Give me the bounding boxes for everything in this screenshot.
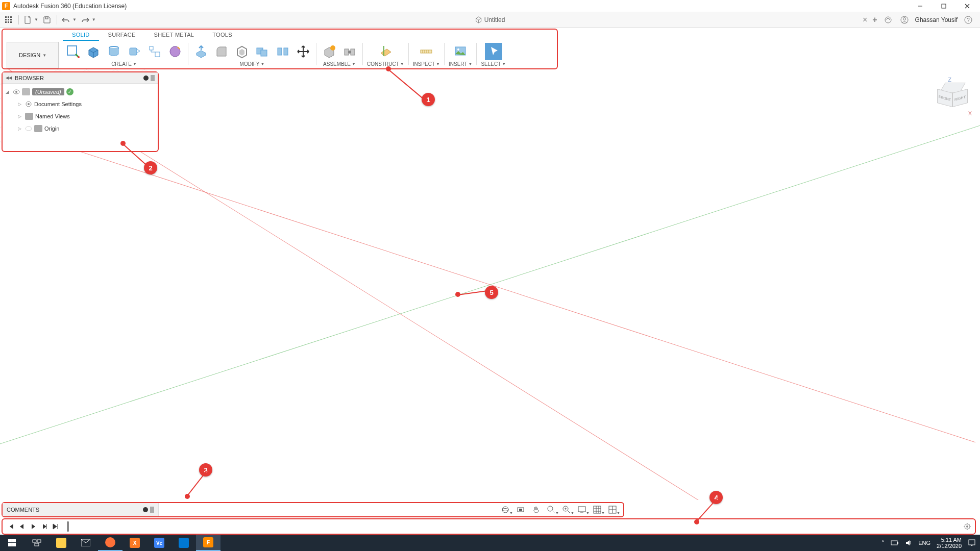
- new-component-icon[interactable]: [321, 43, 338, 60]
- sweep-icon[interactable]: [126, 43, 143, 60]
- new-tab-button[interactable]: +: [872, 15, 877, 24]
- svg-point-33: [348, 51, 351, 54]
- measure-icon[interactable]: [418, 43, 435, 60]
- expand-icon[interactable]: ▷: [18, 126, 23, 131]
- visibility-off-icon[interactable]: [25, 125, 32, 132]
- tab-tools[interactable]: TOOLS: [203, 30, 241, 41]
- workspace-switcher[interactable]: DESIGN▼: [7, 42, 59, 68]
- app-launcher-icon[interactable]: [2, 13, 15, 27]
- timeline-marker[interactable]: [67, 521, 69, 532]
- tray-expand-icon[interactable]: ˄: [881, 540, 885, 546]
- timeline-step-fwd-icon[interactable]: [39, 521, 50, 532]
- joint-icon[interactable]: [341, 43, 358, 60]
- comments-panel-header[interactable]: COMMENTS: [3, 503, 159, 516]
- visibility-icon[interactable]: [13, 88, 20, 95]
- group-insert-label[interactable]: INSERT▼: [449, 61, 472, 67]
- collapse-icon[interactable]: ◀◀: [6, 76, 12, 80]
- sketch-icon[interactable]: [64, 43, 82, 60]
- minimize-button[interactable]: [909, 0, 932, 12]
- group-create-label[interactable]: CREATE▼: [111, 61, 137, 67]
- volume-icon[interactable]: [905, 539, 912, 546]
- fit-icon[interactable]: ▼: [561, 504, 572, 515]
- vc-icon[interactable]: Vc: [147, 535, 172, 551]
- select-tool-icon[interactable]: [485, 43, 502, 60]
- new-file-dropdown[interactable]: ▼: [34, 17, 38, 22]
- split-icon[interactable]: [274, 43, 291, 60]
- comments-options-icon[interactable]: [143, 507, 148, 512]
- browser-item-document-settings[interactable]: ▷ Document Settings: [6, 98, 155, 110]
- fillet-icon[interactable]: [213, 43, 230, 60]
- system-clock[interactable]: 5:11 AM 2/12/2020: [937, 537, 962, 549]
- tab-solid[interactable]: SOLID: [63, 30, 99, 41]
- mail-icon[interactable]: [74, 535, 98, 551]
- tab-sheet-metal[interactable]: SHEET METAL: [145, 30, 204, 41]
- task-view-icon[interactable]: [24, 535, 49, 551]
- press-pull-icon[interactable]: [192, 43, 210, 60]
- viewcube[interactable]: Z X FRONT RIGHT: [932, 77, 972, 116]
- extrude-icon[interactable]: [85, 43, 102, 60]
- document-tab[interactable]: Untitled: [475, 16, 505, 23]
- user-name[interactable]: Ghassan Yousif: [915, 16, 958, 23]
- revolve-icon[interactable]: [105, 43, 122, 60]
- group-assemble-label[interactable]: ASSEMBLE▼: [323, 61, 356, 67]
- extensions-icon[interactable]: [883, 14, 894, 26]
- group-construct-label[interactable]: CONSTRUCT▼: [367, 61, 404, 67]
- battery-icon[interactable]: [891, 539, 899, 546]
- display-settings-icon[interactable]: ▼: [576, 504, 587, 515]
- group-inspect-label[interactable]: INSPECT▼: [413, 61, 440, 67]
- new-file-icon[interactable]: [21, 13, 34, 27]
- tab-surface[interactable]: SURFACE: [99, 30, 145, 41]
- vscode-icon[interactable]: [172, 535, 196, 551]
- active-check-icon[interactable]: ✓: [66, 88, 74, 95]
- timeline-play-icon[interactable]: [28, 521, 38, 532]
- combine-icon[interactable]: [254, 43, 271, 60]
- svg-rect-46: [519, 509, 522, 511]
- zoom-icon[interactable]: ▼: [546, 504, 557, 515]
- timeline-end-icon[interactable]: [51, 521, 61, 532]
- undo-icon[interactable]: [59, 13, 72, 27]
- expand-icon[interactable]: ▷: [18, 114, 23, 119]
- grid-settings-icon[interactable]: ▼: [592, 504, 603, 515]
- redo-icon[interactable]: [79, 13, 92, 27]
- save-icon[interactable]: [40, 13, 54, 27]
- profile-icon[interactable]: [899, 14, 910, 26]
- svg-point-16: [903, 17, 905, 20]
- browser-options-icon[interactable]: [143, 76, 149, 81]
- close-button[interactable]: [955, 0, 979, 12]
- move-icon[interactable]: [295, 43, 312, 60]
- maximize-button[interactable]: [932, 0, 955, 12]
- close-tab-button[interactable]: ×: [863, 15, 867, 24]
- browser-root-row[interactable]: ◢ (Unsaved) ✓: [6, 86, 155, 98]
- redo-dropdown[interactable]: ▼: [92, 17, 96, 22]
- browser-header[interactable]: ◀◀ BROWSER: [3, 72, 158, 84]
- timeline-start-icon[interactable]: [6, 521, 16, 532]
- expand-icon[interactable]: ▷: [18, 102, 23, 107]
- browser-item-origin[interactable]: ▷ Origin: [6, 122, 155, 135]
- construct-plane-icon[interactable]: [377, 43, 394, 60]
- expand-icon[interactable]: ◢: [6, 89, 11, 94]
- language-indicator[interactable]: ENG: [918, 540, 930, 546]
- timeline-step-back-icon[interactable]: [17, 521, 27, 532]
- help-icon[interactable]: ?: [963, 14, 974, 26]
- group-modify-label[interactable]: MODIFY▼: [240, 61, 265, 67]
- timeline-settings-icon[interactable]: [963, 522, 972, 531]
- browser-item-named-views[interactable]: ▷ Named Views: [6, 110, 155, 122]
- pin-icon[interactable]: [151, 75, 155, 81]
- group-select-label[interactable]: SELECT▼: [481, 61, 506, 67]
- start-button[interactable]: [0, 535, 24, 551]
- notifications-icon[interactable]: [968, 539, 976, 547]
- viewport-layout-icon[interactable]: ▼: [607, 504, 618, 515]
- create-form-icon[interactable]: [166, 43, 184, 60]
- firefox-icon[interactable]: [98, 535, 122, 551]
- orbit-icon[interactable]: ▼: [500, 504, 511, 515]
- pin-icon[interactable]: [150, 507, 154, 513]
- pan-icon[interactable]: [530, 504, 542, 515]
- look-at-icon[interactable]: [515, 504, 526, 515]
- shell-icon[interactable]: [233, 43, 251, 60]
- file-explorer-icon[interactable]: [49, 535, 74, 551]
- insert-image-icon[interactable]: [452, 43, 469, 60]
- xampp-icon[interactable]: X: [122, 535, 147, 551]
- fusion360-taskbar-icon[interactable]: F: [196, 535, 220, 551]
- undo-dropdown[interactable]: ▼: [72, 17, 77, 22]
- loft-icon[interactable]: [146, 43, 163, 60]
